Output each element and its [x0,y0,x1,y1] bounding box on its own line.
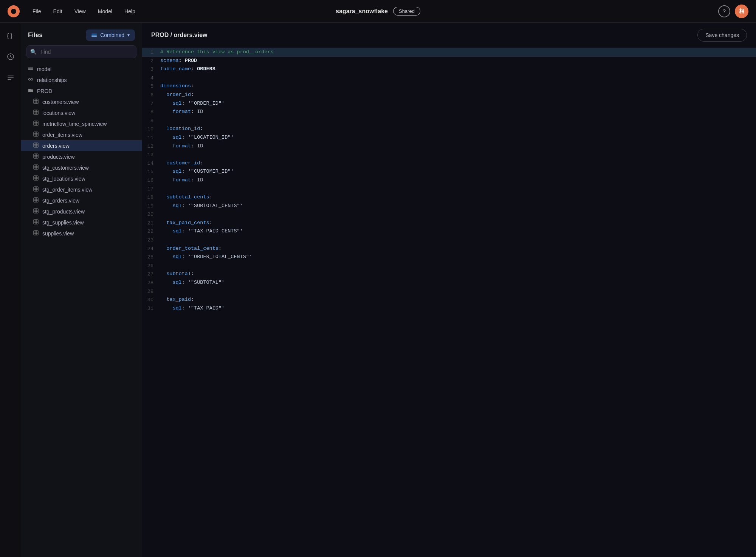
layers-icon [91,32,97,38]
tree-item-stg_order_items.view[interactable]: stg_order_items.view [21,184,142,195]
table-icon [33,208,39,215]
editor-area: PROD / orders.view Save changes 1# Refer… [142,23,756,557]
tree-item-products.view[interactable]: products.view [21,151,142,162]
tree-item-stg_supplies.view[interactable]: stg_supplies.view [21,217,142,228]
code-line: 18 subtotal_cents: [142,193,756,202]
line-content: # Reference this view as prod__orders [160,48,756,56]
line-number: 16 [142,176,160,185]
code-line: 8 format: ID [142,108,756,116]
code-line: 3table_name: ORDERS [142,65,756,74]
tree-item-orders.view[interactable]: orders.view [21,140,142,151]
tree-item-label: products.view [42,154,75,160]
tree-item-locations.view[interactable]: locations.view [21,107,142,118]
code-line: 29 [142,287,756,296]
breadcrumb: PROD / orders.view [151,32,208,39]
line-content: dimensions: [160,82,756,90]
tree-item-supplies.view[interactable]: supplies.view [21,228,142,239]
avatar[interactable]: 相 [735,5,748,18]
line-content: customer_id: [160,159,756,167]
code-line: 28 sql: '"SUBTOTAL"' [142,278,756,287]
line-content: sql: '"TAX_PAID_CENTS"' [160,227,756,235]
tree-item-label: stg_products.view [42,209,85,215]
line-number: 5 [142,82,160,91]
tree-item-customers.view[interactable]: customers.view [21,96,142,107]
svg-rect-4 [8,79,11,80]
sidebar-icon-list[interactable] [4,71,17,85]
svg-rect-29 [34,132,38,136]
menu-model[interactable]: Model [93,6,118,17]
menu-help[interactable]: Help [119,6,141,17]
chevron-down-icon: ▾ [127,32,130,38]
line-content: tax_paid_cents: [160,219,756,227]
code-line: 21 tax_paid_cents: [142,219,756,227]
code-editor[interactable]: 1# Reference this view as prod__orders2s… [142,48,756,557]
line-number: 25 [142,253,160,261]
help-button[interactable]: ? [718,5,730,17]
tree-item-label: locations.view [42,110,75,116]
tree-item-stg_orders.view[interactable]: stg_orders.view [21,195,142,206]
line-number: 9 [142,116,160,125]
svg-point-11 [29,79,31,80]
search-input[interactable] [26,45,136,58]
tree-item-label: stg_locations.view [42,176,85,182]
app-title: sagara_snowflake [336,8,388,15]
tree-item-relationships[interactable]: relationships [21,74,142,85]
line-content: tax_paid: [160,296,756,304]
folder-icon [28,88,33,94]
code-line: 24 order_total_cents: [142,244,756,253]
line-content: sql: '"TAX_PAID"' [160,304,756,313]
code-line: 17 [142,185,756,193]
code-line: 31 sql: '"TAX_PAID"' [142,304,756,313]
code-line: 4 [142,74,756,82]
tree-item-label: relationships [37,77,67,83]
line-number: 17 [142,185,160,193]
menu-edit[interactable]: Edit [48,6,68,17]
line-number: 27 [142,270,160,278]
line-number: 23 [142,236,160,244]
svg-text:{ }: { } [7,32,13,39]
tree-item-model[interactable]: model [21,63,142,74]
files-search: 🔍 [26,45,136,58]
menu-view[interactable]: View [69,6,91,17]
code-line: 5dimensions: [142,82,756,91]
sidebar-icon-clock[interactable] [4,50,17,63]
line-content: subtotal_cents: [160,193,756,201]
tree-item-PROD[interactable]: PROD [21,85,142,96]
svg-rect-8 [28,69,33,70]
svg-rect-3 [8,77,14,78]
code-line: 23 [142,236,756,244]
line-number: 1 [142,48,160,57]
main-layout: { } Files [0,23,756,557]
files-tree: model relationships PROD customers.view [21,62,142,557]
code-line: 11 sql: '"LOCATION_ID"' [142,133,756,142]
sidebar-icon-braces[interactable]: { } [4,29,17,42]
files-panel: Files Combined ▾ 🔍 [21,23,142,557]
tree-item-stg_products.view[interactable]: stg_products.view [21,206,142,217]
combined-button[interactable]: Combined ▾ [86,29,135,41]
code-line: 10 location_id: [142,125,756,133]
shared-badge[interactable]: Shared [393,7,420,15]
app-logo[interactable] [8,5,20,17]
svg-rect-44 [34,165,38,169]
combined-label: Combined [100,32,124,38]
tree-item-label: customers.view [42,99,79,105]
tree-item-metricflow_time_spine.view[interactable]: metricflow_time_spine.view [21,118,142,129]
line-number: 11 [142,133,160,142]
line-content: sql: '"SUBTOTAL"' [160,278,756,287]
tree-item-stg_customers.view[interactable]: stg_customers.view [21,162,142,173]
tree-item-stg_locations.view[interactable]: stg_locations.view [21,173,142,184]
code-line: 26 [142,261,756,270]
svg-rect-7 [91,34,97,34]
svg-rect-10 [28,67,33,68]
tree-item-label: order_items.view [42,132,82,138]
line-content: format: ID [160,142,756,150]
svg-rect-9 [28,68,33,69]
svg-rect-74 [34,231,38,235]
tree-item-order_items.view[interactable]: order_items.view [21,129,142,140]
code-line: 12 format: ID [142,142,756,151]
svg-rect-64 [34,209,38,213]
menu-file[interactable]: File [27,6,46,17]
code-line: 9 [142,116,756,125]
line-number: 2 [142,57,160,65]
save-button[interactable]: Save changes [697,29,747,42]
